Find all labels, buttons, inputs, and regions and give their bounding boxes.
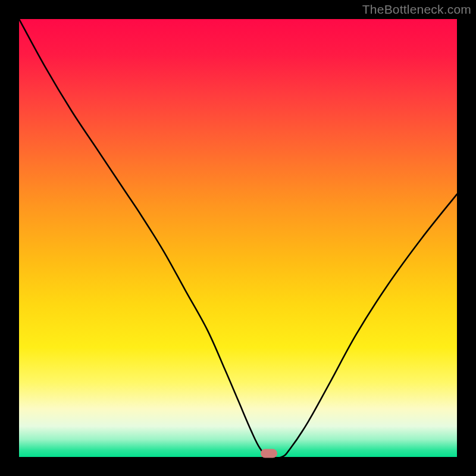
watermark-text: TheBottleneck.com <box>362 2 471 17</box>
chart-frame: TheBottleneck.com <box>0 0 476 476</box>
plot-area <box>19 19 457 457</box>
optimal-point-marker <box>261 449 277 458</box>
bottleneck-curve <box>19 19 457 457</box>
